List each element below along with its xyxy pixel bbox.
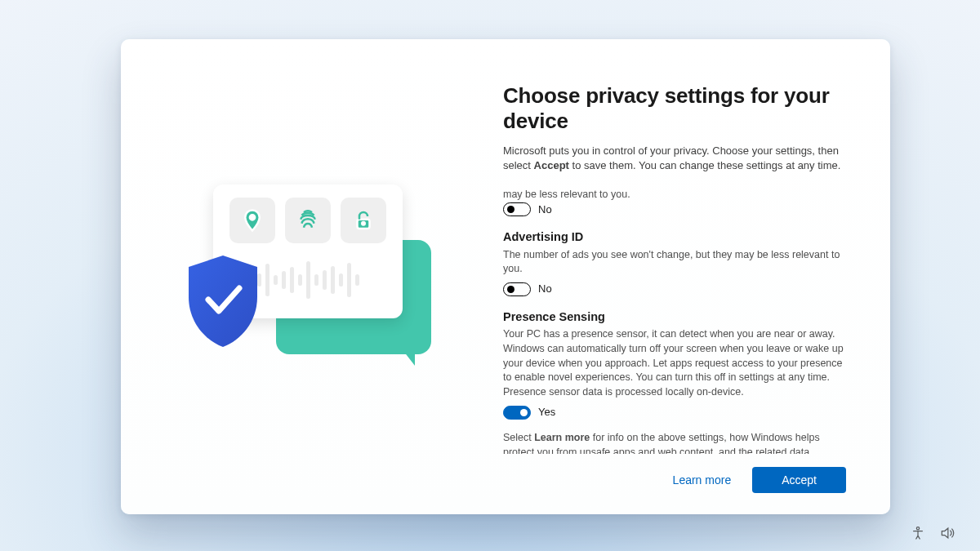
volume-icon[interactable]	[939, 525, 956, 541]
toggle-presence-sensing[interactable]	[503, 406, 531, 420]
setting-title: Presence Sensing	[503, 309, 846, 326]
button-row: Learn more Accept	[503, 467, 846, 493]
taskbar-corner	[910, 525, 956, 541]
setting-advertising-id: Advertising ID The number of ads you see…	[503, 229, 846, 297]
learn-more-button[interactable]: Learn more	[663, 467, 742, 493]
privacy-illustration	[182, 175, 427, 379]
shield-icon	[180, 252, 265, 350]
svg-point-2	[362, 222, 365, 225]
footnote-text: Select Learn more for info on the above …	[503, 431, 846, 454]
setting-partial: may be less relevant to you. No	[503, 186, 846, 217]
illustration-panel	[121, 39, 497, 514]
svg-point-0	[250, 215, 255, 220]
content-panel: Choose privacy settings for your device …	[497, 39, 890, 514]
setting-title: Advertising ID	[503, 229, 846, 246]
accessibility-icon[interactable]	[910, 525, 926, 541]
setting-desc: Your PC has a presence sensor, it can de…	[503, 327, 846, 400]
unlock-icon	[341, 198, 386, 243]
page-title: Choose privacy settings for your device	[503, 83, 846, 134]
toggle-advertising-id[interactable]	[503, 282, 531, 296]
setting-presence-sensing: Presence Sensing Your PC has a presence …	[503, 309, 846, 420]
toggle-label: No	[538, 282, 552, 296]
fingerprint-icon	[285, 198, 331, 243]
settings-scroll-area[interactable]: may be less relevant to you. No Advertis…	[503, 186, 846, 454]
setting-desc: may be less relevant to you.	[503, 186, 846, 202]
setting-desc: The number of ads you see won't change, …	[503, 248, 846, 278]
accept-button[interactable]: Accept	[752, 467, 846, 493]
toggle-partial[interactable]	[503, 202, 531, 216]
oobe-privacy-window: Choose privacy settings for your device …	[121, 39, 890, 514]
toggle-label: No	[538, 202, 552, 217]
toggle-label: Yes	[538, 405, 555, 420]
intro-text: Microsoft puts you in control of your pr…	[503, 144, 846, 173]
location-pin-icon	[229, 198, 275, 243]
svg-point-3	[916, 527, 919, 530]
